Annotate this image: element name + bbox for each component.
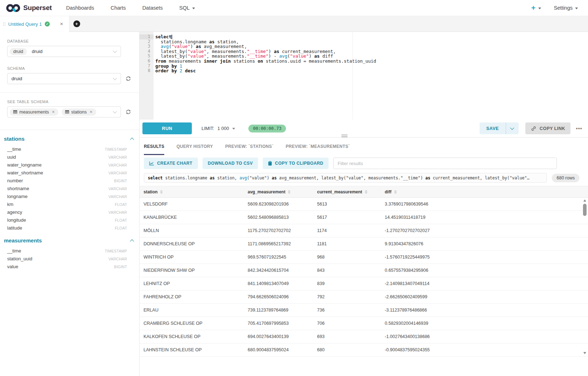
column-header-station[interactable]: station — [140, 189, 244, 194]
tab-results[interactable]: RESULTS — [144, 138, 164, 155]
vertical-scrollbar[interactable] — [583, 199, 587, 354]
column-name: agency — [7, 209, 22, 215]
column-header-current-measurement[interactable]: current_measurement — [313, 189, 381, 194]
limit-value: 1 000 — [217, 126, 229, 131]
column-header-label: diff — [385, 189, 392, 194]
save-split-button: SAVE — [480, 122, 519, 134]
table-cell: 5609.623098201936 — [244, 202, 313, 207]
sort-icon[interactable] — [394, 190, 397, 194]
remove-tag-icon[interactable]: ✕ — [89, 110, 92, 114]
tab-query-history[interactable]: QUERY HISTORY — [176, 138, 213, 155]
save-dropdown-button[interactable] — [506, 122, 519, 134]
table-cell: 792 — [313, 294, 381, 299]
table-tag-stations[interactable]: stations ✕ — [62, 109, 96, 116]
column-type: BIGINT — [114, 179, 127, 183]
sort-icon[interactable] — [365, 190, 368, 194]
line-number: 8 — [140, 68, 154, 73]
table-cell: ERLAU — [140, 308, 244, 313]
table-icon — [65, 110, 69, 114]
limit-dropdown[interactable]: LIMIT: 1 000 — [201, 126, 235, 131]
nav-item-charts[interactable]: Charts — [111, 5, 126, 11]
drag-handle-icon[interactable] — [3, 22, 5, 26]
column-type: TIMESTAMP — [105, 147, 127, 151]
column-name: uuid — [7, 154, 16, 160]
column-row: latitudeFLOAT — [0, 224, 139, 232]
link-icon — [531, 126, 536, 131]
filter-results-input[interactable] — [333, 158, 557, 169]
column-name: value — [7, 264, 18, 269]
new-item-button[interactable]: + — [531, 5, 541, 11]
table-cell: 841.1409813407049 — [244, 281, 313, 286]
sql-editor[interactable]: 12345678 select stations.longname as sta… — [140, 32, 588, 120]
column-row: valueBIGINT — [0, 262, 139, 270]
create-chart-button[interactable]: CREATE CHART — [144, 158, 198, 169]
tab-preview-measurements[interactable]: PREVIEW: `MEASUREMENTS` — [286, 138, 350, 155]
text-cursor — [171, 35, 172, 39]
table-cell: 9.91304347826076 — [381, 241, 588, 246]
refresh-schemas-button[interactable] — [125, 76, 131, 82]
nav-item-label: Dashboards — [66, 5, 94, 11]
line-number: 6 — [140, 59, 154, 64]
table-row: KANALBRÜCKE5602.548096885813561714.45190… — [140, 211, 588, 224]
close-tab-icon[interactable]: ✕ — [58, 21, 65, 26]
table-tag-measurements[interactable]: measurements ✕ — [10, 109, 58, 116]
results-table-body: VELSDORF5609.62309820193656133.376901798… — [140, 198, 588, 357]
nav-item-datasets[interactable]: Datasets — [142, 5, 163, 11]
scroll-down-icon[interactable] — [583, 352, 586, 354]
copy-link-button[interactable]: COPY LINK — [525, 122, 570, 134]
copy-to-clipboard-button[interactable]: COPY TO CLIPBOARD — [263, 158, 329, 169]
table-cell: 5613 — [313, 202, 381, 207]
table-cell: 3.3769017980639546 — [381, 202, 588, 207]
superset-logo[interactable]: Superset — [6, 3, 52, 13]
column-row: longnameVARCHAR — [0, 192, 139, 200]
table-select[interactable]: measurements ✕ stations ✕ — [7, 106, 121, 117]
table-section-stations: stations__timeTIMESTAMPuuidVARCHARwater_… — [0, 136, 139, 232]
column-row: uuidVARCHAR — [0, 153, 139, 161]
table-row: CRAMBERG SCHLEUSE OP705.4170697995853706… — [140, 317, 588, 330]
new-query-tab-button[interactable]: + — [69, 16, 84, 32]
remove-tag-icon[interactable]: ✕ — [52, 110, 55, 114]
plus-icon: + — [73, 20, 80, 27]
column-row: longitudeFLOAT — [0, 216, 139, 224]
editor-code[interactable]: select stations.longname as station, avg… — [154, 32, 376, 120]
table-section-header-stations[interactable]: stations — [4, 136, 133, 142]
nav-item-dashboards[interactable]: Dashboards — [66, 5, 94, 11]
table-section-measurements: measurements__timeTIMESTAMPstation_uuidV… — [0, 237, 139, 270]
column-row: water_longnameVARCHAR — [0, 161, 139, 169]
schema-value: druid — [10, 76, 22, 81]
refresh-icon — [125, 76, 131, 82]
table-cell: 680 — [313, 347, 381, 352]
run-query-button[interactable]: RUN — [142, 122, 192, 134]
editor-toolbar: RUN LIMIT: 1 000 00:00:00.73 SAVE — [140, 120, 588, 138]
chevron-down-icon — [113, 76, 117, 80]
settings-menu[interactable]: Settings — [554, 5, 578, 11]
success-check-icon: ✓ — [45, 21, 50, 26]
refresh-tables-button[interactable] — [125, 109, 131, 115]
line-number: 7 — [140, 64, 154, 69]
nav-item-label: Charts — [111, 5, 126, 11]
table-cell: 705.4170697995853 — [244, 321, 313, 326]
results-table-header: stationavg_measurementcurrent_measuremen… — [140, 186, 588, 198]
schema-select[interactable]: druid — [7, 73, 121, 84]
more-actions-button[interactable]: ••• — [576, 126, 582, 131]
table-cell: 1174 — [313, 228, 381, 233]
column-header-avg-measurement[interactable]: avg_measurement — [244, 189, 313, 194]
scrollbar-thumb[interactable] — [583, 204, 587, 216]
column-row: __timeTIMESTAMP — [0, 247, 139, 255]
column-header-diff[interactable]: diff — [381, 189, 588, 194]
query-tab-active[interactable]: Untitled Query 1 ✓ ✕ — [0, 16, 69, 32]
nav-item-sql[interactable]: SQL — [179, 5, 195, 11]
database-select[interactable]: druid druid — [7, 46, 121, 57]
table-cell: VELSDORF — [140, 202, 244, 207]
column-type: FLOAT — [115, 202, 127, 207]
sort-icon[interactable] — [288, 190, 291, 194]
column-type: VARCHAR — [108, 210, 127, 214]
table-row: DONNERSCHLEUSE OP1171.086956521739211819… — [140, 237, 588, 251]
sort-icon[interactable] — [160, 190, 163, 194]
tab-preview-stations[interactable]: PREVIEW: `STATIONS` — [225, 138, 273, 155]
scroll-up-icon[interactable] — [583, 199, 586, 202]
table-section-header-measurements[interactable]: measurements — [4, 237, 133, 244]
save-button[interactable]: SAVE — [480, 122, 506, 134]
results-tabs: RESULTSQUERY HISTORYPREVIEW: `STATIONS`P… — [140, 138, 588, 155]
download-csv-button[interactable]: DOWNLOAD TO CSV — [203, 158, 258, 169]
